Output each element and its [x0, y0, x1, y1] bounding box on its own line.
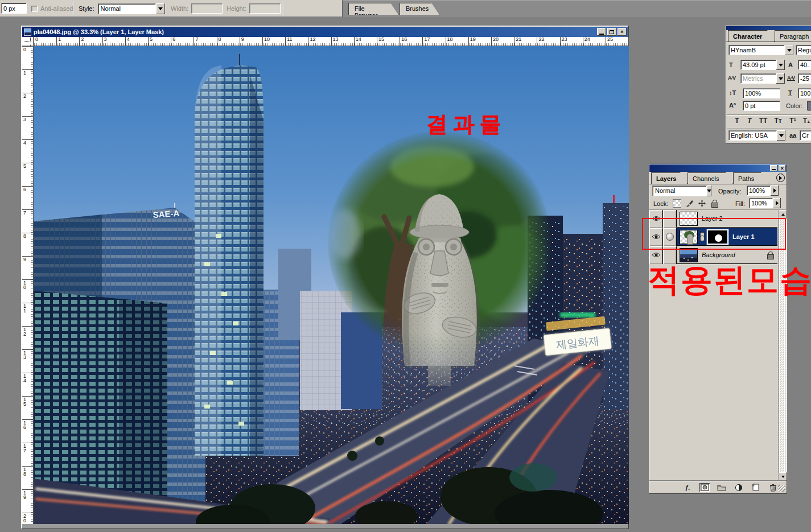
- canvas[interactable]: SAE-A: [34, 46, 629, 524]
- ruler-h-unit: 11: [285, 37, 308, 46]
- layer-name[interactable]: Background: [702, 251, 735, 258]
- document-title-bar[interactable]: pla04048.jpg @ 33.3% (Layer 1, Layer Mas…: [22, 27, 628, 37]
- kerning-dropdown[interactable]: Metrics: [740, 73, 785, 84]
- lock-position-button[interactable]: [698, 199, 706, 208]
- layer1-mask-thumbnail[interactable]: [707, 229, 728, 245]
- style-dropdown-button[interactable]: [156, 3, 165, 14]
- tab-file-browser[interactable]: File Browser: [348, 3, 398, 15]
- blend-mode-dropdown[interactable]: Normal: [652, 185, 711, 196]
- superscript-button[interactable]: T¹: [787, 117, 798, 125]
- style-dropdown[interactable]: Normal: [98, 3, 165, 14]
- leading-value[interactable]: 40.: [798, 60, 811, 70]
- options-separator: [73, 2, 74, 15]
- tab-channels[interactable]: Channels: [688, 172, 733, 184]
- layer1-thumbnail[interactable]: [680, 230, 698, 244]
- ruler-h-unit: 21: [514, 37, 537, 46]
- font-size-value: 43.09 pt: [740, 60, 776, 70]
- link-cell[interactable]: [663, 210, 677, 228]
- lock-label: Lock:: [653, 200, 668, 207]
- add-layer-mask-button[interactable]: [699, 483, 710, 492]
- feather-input[interactable]: [1, 3, 27, 14]
- ruler-h-unit: 24: [583, 37, 606, 46]
- layers-tab-row: Layers Channels Paths: [649, 172, 787, 184]
- lock-paint-button[interactable]: [685, 199, 694, 208]
- width-label: Width:: [171, 5, 188, 12]
- layer-row-layer2[interactable]: Layer 2: [649, 210, 777, 228]
- kerning-dropdown-button[interactable]: [776, 73, 785, 84]
- ruler-h-unit: 23: [560, 37, 583, 46]
- palette-close-button[interactable]: ×: [779, 165, 786, 171]
- tab-paths[interactable]: Paths: [733, 172, 768, 184]
- fill-slider-button[interactable]: [773, 198, 781, 208]
- visibility-toggle[interactable]: [649, 228, 663, 246]
- font-size-dropdown[interactable]: 43.09 pt: [740, 60, 785, 70]
- font-family-dropdown-button[interactable]: [785, 45, 793, 55]
- baseline-shift-value[interactable]: 0 pt: [743, 101, 780, 111]
- ruler-h-unit: 18: [446, 37, 468, 46]
- maximize-button[interactable]: [607, 28, 616, 36]
- fill-value: 100%: [749, 198, 773, 208]
- mask-edit-indicator[interactable]: [663, 228, 677, 246]
- lock-all-button[interactable]: [710, 199, 719, 208]
- layer-mask-icon: [701, 484, 709, 491]
- vertical-scale-icon: ↕T: [729, 89, 736, 96]
- layer2-thumbnail[interactable]: [680, 212, 698, 226]
- lock-transparency-button[interactable]: [673, 199, 681, 208]
- delete-layer-button[interactable]: [768, 483, 778, 492]
- tab-paragraph[interactable]: Paragraph: [775, 30, 811, 42]
- ruler-origin-box[interactable]: [22, 37, 34, 46]
- layer-name[interactable]: Layer 1: [732, 233, 755, 240]
- language-dropdown-button[interactable]: [777, 130, 785, 141]
- faux-bold-button[interactable]: T: [731, 117, 743, 125]
- blend-mode-dropdown-button[interactable]: [707, 185, 711, 196]
- new-adjustment-layer-button[interactable]: [734, 483, 744, 492]
- tab-brushes[interactable]: Brushes: [400, 3, 439, 15]
- all-caps-button[interactable]: TT: [758, 117, 769, 125]
- new-layer-button[interactable]: [751, 483, 761, 492]
- tab-layers[interactable]: Layers: [651, 172, 688, 184]
- vertical-scale-value[interactable]: 100%: [743, 88, 780, 98]
- opacity-slider-button[interactable]: [771, 185, 779, 196]
- mask-link-icon[interactable]: [699, 232, 705, 241]
- language-dropdown[interactable]: English: USA: [728, 130, 785, 141]
- ruler-v-unit: 17: [22, 443, 33, 466]
- new-layer-set-button[interactable]: [717, 483, 727, 492]
- close-button[interactable]: ×: [617, 28, 627, 36]
- faux-italic-button[interactable]: T: [744, 117, 755, 125]
- ruler-vertical: 01234567891011121314151617181920: [22, 46, 34, 524]
- layer-name[interactable]: Layer 2: [702, 215, 723, 222]
- layer-list-scrollbar[interactable]: [778, 210, 787, 481]
- palette-menu-button[interactable]: [776, 174, 785, 182]
- horizontal-scale-value[interactable]: 100: [798, 88, 811, 98]
- options-separator2: [283, 2, 284, 15]
- character-palette-title-bar[interactable]: [726, 26, 811, 30]
- opacity-value: 100%: [747, 185, 771, 196]
- font-family-dropdown[interactable]: HYnamB: [728, 45, 793, 55]
- eye-icon: [652, 252, 661, 258]
- layer-row-layer1[interactable]: Layer 1: [649, 228, 777, 246]
- font-size-dropdown-button[interactable]: [776, 60, 785, 70]
- palette-minimize-button[interactable]: [770, 165, 777, 171]
- text-color-swatch[interactable]: [807, 101, 811, 110]
- scroll-down-button[interactable]: [779, 472, 787, 481]
- height-input[interactable]: [249, 3, 281, 14]
- anti-alias-value[interactable]: Cr: [800, 130, 811, 141]
- ruler-h-unit: 10: [262, 37, 285, 46]
- visibility-toggle[interactable]: [649, 210, 663, 228]
- font-style-value[interactable]: Regu: [796, 45, 811, 55]
- tab-character[interactable]: Character: [728, 30, 775, 42]
- subscript-button[interactable]: T₁: [801, 117, 811, 125]
- layers-palette-title-bar[interactable]: ×: [649, 164, 787, 172]
- minimize-button[interactable]: [597, 28, 606, 36]
- opacity-control[interactable]: 100%: [747, 185, 779, 196]
- style-label: Style:: [79, 5, 94, 12]
- layer-style-button[interactable]: ƒ.: [682, 483, 693, 492]
- palette-resize-grip[interactable]: [778, 485, 785, 492]
- anti-aliased-checkbox[interactable]: [31, 6, 38, 12]
- tracking-value[interactable]: -25: [798, 73, 811, 84]
- scroll-up-button[interactable]: [779, 210, 787, 218]
- ruler-v-unit: 10: [22, 279, 33, 303]
- width-input[interactable]: [191, 3, 223, 14]
- small-caps-button[interactable]: Tᴛ: [772, 117, 784, 125]
- fill-control[interactable]: 100%: [749, 198, 781, 208]
